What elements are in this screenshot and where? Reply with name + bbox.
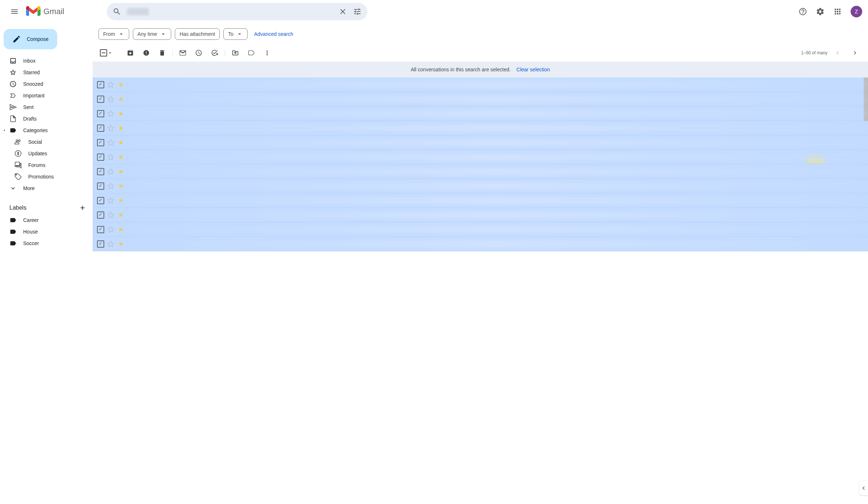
- prev-page-button[interactable]: [830, 46, 845, 60]
- star-outline-icon[interactable]: [107, 139, 114, 146]
- email-row[interactable]: [93, 135, 868, 150]
- mark-unread-button[interactable]: [176, 46, 190, 60]
- report-spam-button[interactable]: [139, 46, 153, 60]
- account-avatar[interactable]: Z: [851, 6, 862, 17]
- row-checkbox[interactable]: [97, 81, 104, 88]
- compose-button[interactable]: Compose: [4, 29, 57, 49]
- add-label-button[interactable]: [79, 204, 86, 211]
- important-marker-icon[interactable]: [117, 227, 125, 232]
- main-menu-button[interactable]: [6, 3, 23, 20]
- nav-more[interactable]: More: [0, 182, 90, 194]
- label-soccer[interactable]: Soccer: [0, 238, 90, 249]
- nav-inbox[interactable]: Inbox: [0, 55, 90, 67]
- star-outline-icon[interactable]: [107, 81, 114, 88]
- row-checkbox[interactable]: [97, 96, 104, 103]
- star-outline-icon[interactable]: [107, 226, 114, 233]
- star-outline-icon[interactable]: [107, 154, 114, 161]
- label-house[interactable]: House: [0, 226, 90, 238]
- next-page-button[interactable]: [848, 46, 862, 60]
- important-marker-icon[interactable]: [117, 82, 125, 88]
- email-row[interactable]: [93, 92, 868, 106]
- apps-button[interactable]: [830, 4, 845, 19]
- star-outline-icon[interactable]: [107, 110, 114, 117]
- row-checkbox[interactable]: [97, 226, 104, 233]
- star-outline-icon[interactable]: [107, 96, 114, 103]
- row-checkbox[interactable]: [97, 139, 104, 146]
- labels-button[interactable]: [244, 46, 258, 60]
- email-row[interactable]: [93, 237, 868, 251]
- filter-to[interactable]: To: [223, 28, 248, 40]
- row-checkbox[interactable]: [97, 168, 104, 175]
- star-outline-icon[interactable]: [107, 168, 114, 175]
- row-checkbox[interactable]: [97, 197, 104, 204]
- nav-promotions[interactable]: Promotions: [0, 171, 90, 182]
- nav-snoozed[interactable]: Snoozed: [0, 78, 90, 90]
- important-marker-icon[interactable]: [117, 212, 125, 218]
- nav-categories[interactable]: Categories: [0, 125, 90, 136]
- settings-button[interactable]: [813, 4, 827, 19]
- star-outline-icon[interactable]: [107, 182, 114, 190]
- row-checkbox[interactable]: [97, 240, 104, 248]
- scrollbar-thumb[interactable]: [864, 77, 868, 121]
- side-panel-toggle[interactable]: [859, 481, 868, 495]
- filter-any-time[interactable]: Any time: [133, 28, 171, 40]
- nav-drafts[interactable]: Drafts: [0, 113, 90, 125]
- nav-starred[interactable]: Starred: [0, 67, 90, 78]
- advanced-search-link[interactable]: Advanced search: [254, 31, 293, 37]
- add-to-tasks-button[interactable]: [207, 46, 222, 60]
- email-row[interactable]: [93, 179, 868, 193]
- important-marker-icon[interactable]: [117, 241, 125, 247]
- nav-sent[interactable]: Sent: [0, 101, 90, 113]
- more-actions-button[interactable]: [260, 46, 274, 60]
- email-row[interactable]: [93, 150, 868, 164]
- star-outline-icon[interactable]: [107, 211, 114, 219]
- star-outline-icon[interactable]: [107, 197, 114, 204]
- move-to-button[interactable]: [228, 46, 243, 60]
- important-marker-icon[interactable]: [117, 125, 125, 131]
- search-input[interactable]: [124, 8, 336, 15]
- important-marker-icon[interactable]: [117, 154, 125, 160]
- mail-icon: [179, 49, 186, 56]
- nav-forums[interactable]: Forums: [0, 159, 90, 171]
- row-checkbox[interactable]: [97, 125, 104, 132]
- support-button[interactable]: [796, 4, 810, 19]
- email-row[interactable]: [93, 106, 868, 121]
- select-all-checkbox[interactable]: [98, 48, 114, 58]
- email-row[interactable]: [93, 77, 868, 92]
- important-marker-icon[interactable]: [117, 183, 125, 189]
- clear-search-button[interactable]: [336, 4, 350, 19]
- email-row[interactable]: [93, 193, 868, 208]
- important-marker-icon[interactable]: [117, 169, 125, 175]
- nav-social[interactable]: Social: [0, 136, 90, 148]
- email-row[interactable]: [93, 164, 868, 179]
- email-list[interactable]: [93, 77, 868, 504]
- label-career[interactable]: Career: [0, 214, 90, 226]
- nav-important[interactable]: Important: [0, 90, 90, 101]
- row-checkbox[interactable]: [97, 211, 104, 219]
- filter-has-attachment[interactable]: Has attachment: [175, 28, 220, 40]
- star-outline-icon[interactable]: [107, 240, 114, 248]
- filter-from[interactable]: From: [98, 28, 129, 40]
- important-marker-icon[interactable]: [117, 96, 125, 102]
- email-row[interactable]: [93, 222, 868, 237]
- star-outline-icon[interactable]: [107, 125, 114, 132]
- important-marker-icon[interactable]: [117, 198, 125, 203]
- search-bar: [107, 3, 367, 20]
- email-row[interactable]: [93, 121, 868, 135]
- gmail-logo-area[interactable]: Gmail: [26, 6, 64, 17]
- row-checkbox[interactable]: [97, 182, 104, 190]
- clear-selection-link[interactable]: Clear selection: [517, 67, 550, 72]
- important-marker-icon[interactable]: [117, 111, 125, 117]
- gear-icon: [816, 7, 825, 16]
- email-row[interactable]: [93, 208, 868, 222]
- search-button[interactable]: [110, 4, 124, 19]
- delete-button[interactable]: [155, 46, 169, 60]
- nav-updates[interactable]: Updates: [0, 148, 90, 159]
- row-checkbox[interactable]: [97, 110, 104, 117]
- archive-button[interactable]: [123, 46, 138, 60]
- gmail-logo-icon: [26, 6, 41, 17]
- important-marker-icon[interactable]: [117, 140, 125, 146]
- search-options-button[interactable]: [350, 4, 365, 19]
- snooze-button[interactable]: [191, 46, 206, 60]
- row-checkbox[interactable]: [97, 154, 104, 161]
